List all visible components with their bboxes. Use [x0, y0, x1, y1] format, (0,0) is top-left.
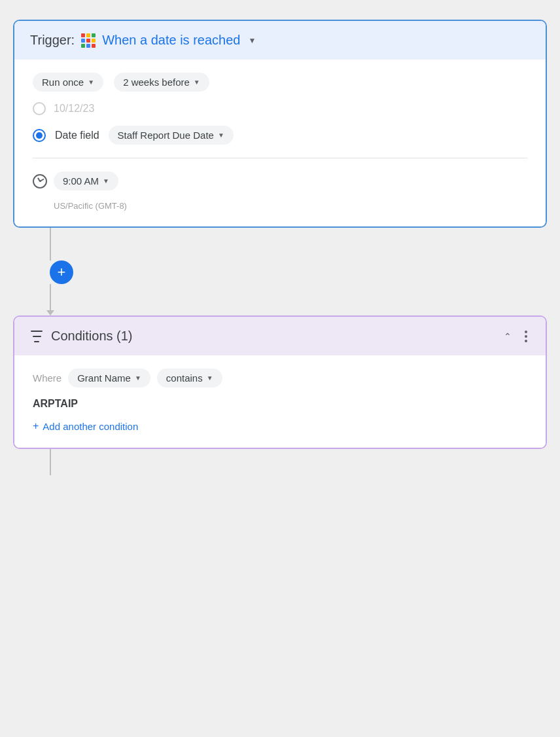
trigger-header: Trigger: When a date is reached ▼	[14, 21, 546, 60]
time-caret: ▼	[103, 177, 109, 185]
trigger-label: Trigger:	[30, 33, 75, 48]
time-dropdown[interactable]: 9:00 AM ▼	[54, 171, 118, 190]
conditions-body: Where Grant Name ▼ contains ▼ ARPTAIP + …	[14, 355, 546, 448]
add-condition-label: Add another condition	[43, 421, 138, 432]
date-field-value: Staff Report Due Date	[118, 130, 214, 141]
main-container: Trigger: When a date is reached ▼ Run on…	[13, 13, 547, 724]
run-frequency-dropdown[interactable]: Run once ▼	[33, 73, 103, 92]
conditions-header: Conditions (1) ⌃	[14, 317, 546, 355]
date-field-radio[interactable]	[33, 129, 46, 142]
date-field-radio-row[interactable]: Date field Staff Report Due Date ▼	[33, 126, 527, 145]
conditions-header-right: ⌃	[504, 329, 530, 344]
date-field-label: Date field	[55, 130, 99, 141]
operator-value: contains	[166, 372, 203, 384]
add-condition-link[interactable]: + Add another condition	[33, 420, 527, 432]
time-row: 9:00 AM ▼	[33, 171, 527, 190]
where-label: Where	[33, 372, 61, 384]
run-frequency-row: Run once ▼ 2 weeks before ▼	[33, 73, 527, 92]
timing-dropdown[interactable]: 2 weeks before ▼	[114, 73, 209, 92]
connector-plus-row: +	[50, 261, 73, 284]
add-condition-plus-icon: +	[33, 420, 39, 432]
specific-date-radio-row[interactable]: 10/12/23	[33, 102, 527, 115]
date-field-caret: ▼	[218, 132, 224, 139]
date-field-dropdown[interactable]: Staff Report Due Date ▼	[109, 126, 234, 145]
time-value: 9:00 AM	[63, 175, 99, 187]
timing-label: 2 weeks before	[123, 77, 190, 88]
operator-caret: ▼	[207, 374, 213, 382]
connector-line-bottom	[50, 284, 51, 310]
timing-caret: ▼	[194, 79, 200, 86]
trigger-card: Trigger: When a date is reached ▼ Run on…	[13, 20, 547, 228]
specific-date-value: 10/12/23	[54, 103, 94, 115]
filter-icon	[30, 331, 43, 342]
arrow-down-icon	[46, 310, 54, 315]
where-row: Where Grant Name ▼ contains ▼	[33, 368, 527, 387]
add-step-button[interactable]: +	[50, 261, 73, 284]
bottom-connector	[13, 449, 51, 475]
conditions-title: Conditions (1)	[51, 329, 133, 344]
run-frequency-caret: ▼	[88, 79, 94, 86]
connector: +	[13, 228, 73, 315]
condition-value: ARPTAIP	[33, 398, 527, 410]
timezone-text: US/Pacific (GMT-8)	[54, 201, 527, 211]
trigger-title[interactable]: When a date is reached	[102, 33, 240, 48]
field-value: Grant Name	[77, 372, 131, 384]
bottom-line	[50, 449, 51, 475]
operator-dropdown[interactable]: contains ▼	[157, 368, 222, 387]
trigger-body: Run once ▼ 2 weeks before ▼ 10/12/23 Dat…	[14, 60, 546, 226]
conditions-more-button[interactable]	[522, 329, 530, 344]
calendar-icon	[81, 33, 96, 48]
connector-line-top	[50, 228, 51, 261]
conditions-card: Conditions (1) ⌃ Where Grant Name ▼ cont…	[13, 315, 547, 449]
clock-icon	[33, 174, 47, 189]
run-frequency-label: Run once	[42, 77, 84, 88]
divider	[33, 158, 527, 158]
conditions-header-left: Conditions (1)	[30, 329, 133, 344]
trigger-dropdown-chevron[interactable]: ▼	[248, 36, 256, 45]
field-caret: ▼	[135, 374, 141, 382]
field-dropdown[interactable]: Grant Name ▼	[68, 368, 150, 387]
conditions-collapse-button[interactable]: ⌃	[504, 331, 512, 342]
plus-icon: +	[58, 264, 66, 281]
specific-date-radio[interactable]	[33, 102, 46, 115]
